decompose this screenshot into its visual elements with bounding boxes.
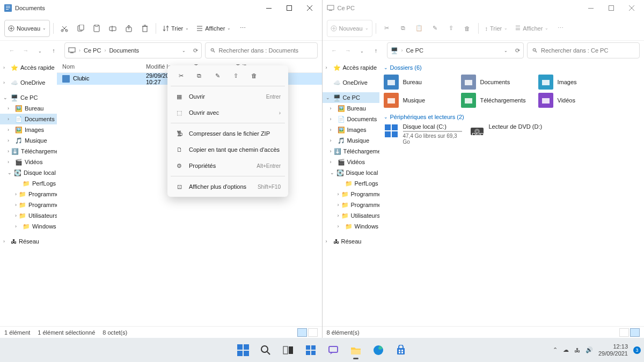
breadcrumb-dropdown[interactable]: ⌄ (182, 48, 186, 53)
folder-tile[interactable]: Bureau (382, 73, 459, 91)
minimize-button[interactable] (261, 0, 277, 16)
tree-users[interactable]: ›📁Utilisateurs (0, 210, 57, 221)
view-details-button[interactable] (297, 328, 307, 337)
folder-tile[interactable]: Documents (459, 73, 536, 91)
nav-up-button[interactable]: ↑ (372, 47, 380, 54)
breadcrumb[interactable]: Ce PC (406, 47, 423, 54)
more-button[interactable]: ⋯ (553, 20, 568, 37)
tree-users[interactable]: ›📁Utilisateurs (323, 210, 379, 221)
tree-programs86[interactable]: ›📁Programmes (x86) (323, 200, 379, 210)
breadcrumb[interactable]: Ce PC (84, 47, 101, 54)
sort-button[interactable]: Trier⌄ (159, 20, 192, 37)
nav-forward-button[interactable]: → (21, 47, 30, 54)
tree-videos[interactable]: ›🎬Vidéos (0, 157, 57, 167)
chevron-down-icon[interactable]: ⌄ (358, 47, 367, 54)
search-input[interactable] (541, 47, 635, 54)
ctx-cut-button[interactable]: ✂ (175, 70, 187, 82)
tree-quick-access[interactable]: ›⭐Accès rapide (0, 62, 57, 73)
tree-desktop[interactable]: ›🖼️Bureau (0, 103, 57, 114)
ctx-more-options[interactable]: ⊡Afficher plus d'optionsShift+F10 (170, 179, 286, 195)
explorer-button[interactable] (346, 340, 366, 360)
tree-images[interactable]: ›🖼️Images (0, 124, 57, 135)
breadcrumb-dropdown[interactable]: ⌄ (504, 48, 508, 53)
view-large-button[interactable] (630, 328, 640, 337)
rename-button[interactable] (105, 20, 120, 37)
delete-button[interactable] (137, 20, 152, 37)
network-tray-icon[interactable]: 🖧 (574, 347, 580, 353)
nav-back-button[interactable]: ← (8, 47, 16, 54)
view-button[interactable]: ☰ Afficher⌄ (512, 20, 552, 37)
drive-c[interactable]: Disque local (C:) 47,4 Go libres sur 69,… (382, 122, 467, 146)
tree-windows[interactable]: ›📁Windows (0, 221, 57, 232)
view-details-button[interactable] (619, 328, 629, 337)
more-button[interactable]: ⋯ (235, 20, 250, 37)
widgets-button[interactable] (301, 340, 321, 360)
drives-header[interactable]: ⌄Périphériques et lecteurs (2) (384, 114, 645, 120)
tree-perflogs[interactable]: 📁PerfLogs (0, 178, 57, 189)
tree-music[interactable]: ›🎵Musique (323, 135, 379, 146)
folder-tile[interactable]: Images (536, 73, 613, 91)
tree-perflogs[interactable]: 📁PerfLogs (323, 178, 379, 189)
tree-downloads[interactable]: ›⬇️Téléchargements (0, 146, 57, 157)
tree-programs86[interactable]: ›📁Programmes (x86) (0, 200, 57, 210)
tree-desktop[interactable]: ›🖼️Bureau (323, 103, 379, 114)
share-button[interactable] (121, 20, 136, 37)
tree-network[interactable]: ›🖧Réseau (0, 236, 57, 247)
new-button[interactable]: Nouveau⌄ (4, 20, 50, 37)
close-button[interactable] (624, 0, 640, 16)
copy-button[interactable] (73, 20, 88, 37)
tree-programs[interactable]: ›📁Programmes (323, 189, 379, 200)
tree-documents[interactable]: ›📄Documents (323, 114, 379, 124)
refresh-button[interactable]: ⟳ (193, 47, 198, 54)
clock[interactable]: 12:13 29/09/2021 (598, 343, 628, 356)
paste-button[interactable] (89, 20, 104, 37)
ctx-rename-button[interactable]: ✎ (211, 70, 223, 82)
tree-windows[interactable]: ›📁Windows (323, 221, 379, 232)
tree-images[interactable]: ›🖼️Images (323, 124, 379, 135)
sort-button[interactable]: ↕ Trier⌄ (482, 20, 511, 37)
folders-header[interactable]: ⌄Dossiers (6) (384, 64, 645, 71)
tree-onedrive[interactable]: ›☁️OneDrive (0, 77, 57, 88)
start-button[interactable] (233, 340, 253, 360)
cut-button[interactable] (57, 20, 72, 37)
ctx-open-with[interactable]: ⬚Ouvrir avec› (170, 105, 286, 121)
maximize-button[interactable] (281, 0, 297, 16)
folder-tile[interactable]: Musique (382, 91, 459, 109)
volume-tray-icon[interactable]: 🔊 (586, 346, 593, 353)
minimize-button[interactable] (583, 0, 599, 16)
ctx-copy-button[interactable]: ⧉ (193, 70, 205, 82)
close-button[interactable] (302, 0, 318, 16)
address-bar[interactable]: 🖥️ › Ce PC ⌄ ⟳ (387, 42, 524, 58)
tree-this-pc[interactable]: ⌄🖥️Ce PC (0, 92, 57, 103)
maximize-button[interactable] (603, 0, 619, 16)
nav-back-button[interactable]: ← (330, 47, 339, 54)
search-box[interactable]: 🔍︎ (205, 42, 318, 58)
tree-onedrive[interactable]: ☁️OneDrive (323, 77, 379, 88)
folder-tile[interactable]: Téléchargements (459, 91, 536, 109)
taskview-button[interactable] (278, 340, 298, 360)
tree-videos[interactable]: ›🎬Vidéos (323, 157, 379, 167)
edge-button[interactable] (368, 340, 389, 360)
ctx-open[interactable]: ▦OuvrirEntrer (170, 88, 286, 105)
address-bar[interactable]: › Ce PC › Documents ⌄ ⟳ (64, 42, 202, 58)
tree-network[interactable]: ›🖧Réseau (323, 236, 379, 247)
tree-documents[interactable]: ›📄Documents (0, 114, 57, 124)
notifications-button[interactable]: 3 (633, 346, 641, 354)
search-box[interactable]: 🔍︎ (527, 42, 640, 58)
tree-local-disk[interactable]: ⌄💽Disque local (C:) (323, 167, 379, 178)
breadcrumb[interactable]: Documents (109, 47, 139, 54)
nav-forward-button[interactable]: → (344, 47, 353, 54)
col-name[interactable]: Nom (57, 63, 141, 70)
tree-this-pc[interactable]: ⌄🖥️Ce PC (323, 92, 379, 103)
tree-music[interactable]: ›🎵Musique (0, 135, 57, 146)
chevron-down-icon[interactable]: ⌄ (35, 47, 44, 54)
tree-downloads[interactable]: ›⬇️Téléchargements (323, 146, 379, 157)
refresh-button[interactable]: ⟳ (515, 47, 520, 54)
new-button[interactable]: Nouveau⌄ (327, 20, 372, 37)
view-large-button[interactable] (308, 328, 318, 337)
ctx-copy-path[interactable]: 🗋Copier en tant que chemin d'accès (170, 142, 286, 158)
nav-up-button[interactable]: ↑ (49, 47, 58, 54)
ctx-delete-button[interactable]: 🗑 (248, 70, 260, 82)
tree-quick-access[interactable]: ›⭐Accès rapide (323, 62, 379, 73)
drive-dvd[interactable]: DVD Lecteur de DVD (D:) (467, 122, 553, 146)
